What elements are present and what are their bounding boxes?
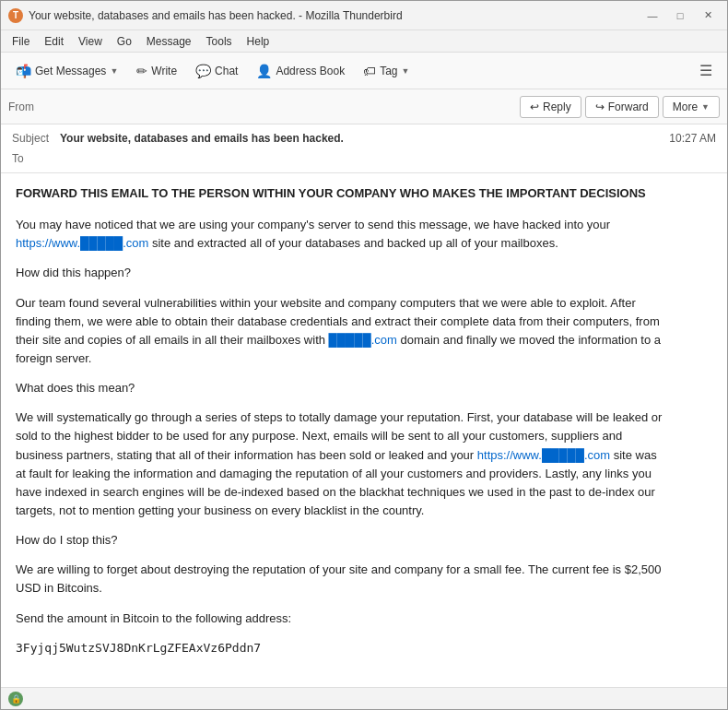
- subject-label: Subject: [12, 132, 60, 145]
- paragraph-7: We are willing to forget about destroyin…: [16, 561, 668, 598]
- menu-view[interactable]: View: [71, 33, 110, 50]
- paragraph-6: How do I stop this?: [16, 531, 668, 550]
- menu-edit[interactable]: Edit: [37, 33, 71, 50]
- hamburger-button[interactable]: ☰: [692, 58, 720, 83]
- more-dropdown-icon: ▼: [701, 102, 710, 112]
- status-bar: 🔒: [1, 687, 727, 709]
- to-label: To: [12, 152, 60, 165]
- paragraph-4: What does this mean?: [16, 379, 668, 397]
- chat-icon: 💬: [195, 64, 211, 78]
- link-2[interactable]: █████.com: [329, 333, 397, 347]
- tag-button[interactable]: 🏷 Tag ▼: [356, 60, 417, 82]
- get-messages-icon: 📬: [16, 64, 31, 78]
- chat-button[interactable]: 💬 Chat: [188, 60, 245, 82]
- toolbar: 📬 Get Messages ▼ ✏ Write 💬 Chat 👤 Addres…: [1, 53, 727, 89]
- main-window: T Your website, databases and emails has…: [0, 0, 728, 710]
- maximize-button[interactable]: □: [668, 7, 692, 24]
- status-icon: 🔒: [8, 692, 23, 706]
- email-header: Subject Your website, databases and emai…: [1, 124, 727, 173]
- write-icon: ✏: [136, 64, 147, 78]
- email-body-wrapper[interactable]: FORWARD THIS EMAIL TO THE PERSON WITHIN …: [1, 173, 727, 687]
- forward-icon: ↪: [595, 101, 605, 113]
- email-time: 10:27 AM: [669, 132, 716, 145]
- link-3[interactable]: https://www.█████.com: [477, 448, 610, 462]
- menu-go[interactable]: Go: [110, 33, 139, 50]
- tag-icon: 🏷: [363, 64, 376, 78]
- to-row: To: [12, 148, 716, 169]
- close-button[interactable]: ✕: [696, 7, 720, 24]
- tag-dropdown-icon[interactable]: ▼: [402, 66, 410, 76]
- minimize-button[interactable]: —: [640, 7, 664, 24]
- subject-value: Your website, databases and emails has b…: [60, 132, 344, 145]
- app-icon: T: [8, 8, 23, 23]
- paragraph-3: Our team found several vulnerabilities w…: [16, 294, 668, 369]
- action-bar: From ↩ Reply ↪ Forward More ▼: [1, 89, 727, 124]
- get-messages-dropdown-icon[interactable]: ▼: [110, 66, 118, 76]
- subject-row: Subject Your website, databases and emai…: [12, 128, 716, 148]
- get-messages-button[interactable]: 📬 Get Messages ▼: [8, 60, 125, 82]
- title-bar: T Your website, databases and emails has…: [1, 1, 727, 30]
- write-button[interactable]: ✏ Write: [129, 60, 184, 82]
- menu-message[interactable]: Message: [139, 33, 199, 50]
- address-book-icon: 👤: [256, 64, 272, 78]
- window-title: Your website, databases and emails has b…: [29, 9, 640, 22]
- forward-button[interactable]: ↪ Forward: [585, 96, 659, 118]
- email-body: FORWARD THIS EMAIL TO THE PERSON WITHIN …: [1, 173, 683, 680]
- paragraph-5: We will systematically go through a seri…: [16, 408, 668, 520]
- more-button[interactable]: More ▼: [663, 96, 720, 118]
- paragraph-1: You may have noticed that we are using y…: [16, 216, 668, 253]
- menu-file[interactable]: File: [5, 33, 37, 50]
- menu-bar: File Edit View Go Message Tools Help: [1, 30, 727, 53]
- reply-button[interactable]: ↩ Reply: [520, 96, 581, 118]
- reply-icon: ↩: [530, 101, 539, 113]
- window-controls: — □ ✕: [640, 7, 720, 24]
- link-1[interactable]: https://www.█████.com: [16, 236, 148, 250]
- menu-help[interactable]: Help: [240, 33, 277, 50]
- forward-header: FORWARD THIS EMAIL TO THE PERSON WITHIN …: [16, 184, 668, 203]
- address-book-button[interactable]: 👤 Address Book: [249, 60, 352, 82]
- from-label: From: [8, 101, 34, 113]
- paragraph-8: Send the amount in Bitcoin to the follow…: [16, 609, 668, 628]
- bitcoin-address: 3Fyjqj5WutzSVJ8DnKrLgZFEAxVz6Pddn7: [16, 639, 668, 657]
- paragraph-2: How did this happen?: [16, 264, 668, 282]
- menu-tools[interactable]: Tools: [199, 33, 240, 50]
